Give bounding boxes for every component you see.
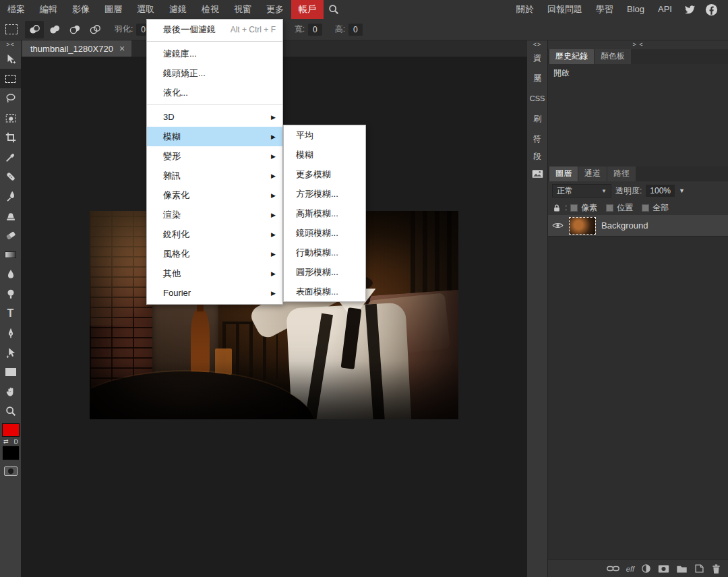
menu-item-distort[interactable]: 變形▶ bbox=[147, 146, 282, 166]
menu-item-sharpen[interactable]: 銳利化▶ bbox=[147, 224, 282, 244]
blur-tool[interactable] bbox=[0, 264, 21, 284]
strip-brush-button[interactable]: 刷 bbox=[527, 110, 547, 127]
tab-swatches[interactable]: 顏色板 bbox=[595, 49, 631, 64]
menu-item-other[interactable]: 其他▶ bbox=[147, 264, 282, 283]
menu-account[interactable]: 帳戶 bbox=[291, 0, 324, 19]
layer-effects-button[interactable]: eff bbox=[626, 565, 634, 573]
pen-tool[interactable] bbox=[0, 323, 21, 342]
submenu-item-box-blur[interactable]: 方形模糊... bbox=[284, 184, 365, 204]
menu-item-last-filter[interactable]: 最後一個濾鏡 Alt + Ctrl + F bbox=[147, 20, 282, 39]
swap-colors-icon[interactable]: ⇄ bbox=[3, 438, 9, 445]
menu-item-filter-gallery[interactable]: 濾鏡庫... bbox=[147, 44, 282, 63]
twitter-icon[interactable] bbox=[682, 2, 697, 17]
link-report[interactable]: 回報問題 bbox=[541, 0, 588, 19]
brush-tool[interactable] bbox=[0, 186, 21, 206]
menu-item-pixelate[interactable]: 像素化▶ bbox=[147, 185, 282, 205]
rectangle-select-tool[interactable] bbox=[0, 69, 21, 88]
opacity-input[interactable]: 100% bbox=[646, 185, 675, 197]
lasso-tool[interactable] bbox=[0, 88, 21, 108]
strip-collapse[interactable]: <> bbox=[527, 40, 547, 49]
menu-item-blur[interactable]: 模糊▶ bbox=[147, 127, 282, 146]
zoom-tool[interactable] bbox=[0, 401, 21, 421]
layer-thumbnail[interactable] bbox=[569, 217, 596, 235]
strip-info-button[interactable]: 資 bbox=[527, 49, 547, 67]
move-tool[interactable] bbox=[0, 49, 21, 69]
submenu-item-gaussian-blur[interactable]: 高斯模糊... bbox=[284, 204, 365, 223]
strip-character-button[interactable]: 符 bbox=[527, 130, 547, 148]
blend-mode-select[interactable]: 正常 ▼ bbox=[552, 184, 611, 198]
toolbar-collapse[interactable]: >< bbox=[0, 40, 21, 49]
adjustment-icon[interactable] bbox=[641, 564, 651, 574]
history-entry-open[interactable]: 開啟 bbox=[548, 64, 728, 82]
search-icon[interactable] bbox=[328, 3, 340, 16]
lock-all-checkbox[interactable] bbox=[642, 204, 649, 212]
menu-item-lens-correction[interactable]: 鏡頭矯正... bbox=[147, 63, 282, 83]
selection-mode-subtract[interactable] bbox=[65, 21, 84, 38]
clone-stamp-tool[interactable] bbox=[0, 206, 21, 225]
new-layer-icon[interactable] bbox=[694, 564, 704, 574]
lock-pixels-checkbox[interactable] bbox=[570, 204, 578, 212]
layer-row-background[interactable]: Background bbox=[548, 215, 728, 237]
link-about[interactable]: 關於 bbox=[510, 0, 540, 19]
strip-properties-button[interactable]: 屬 bbox=[527, 69, 547, 87]
menu-item-liquify[interactable]: 液化... bbox=[147, 83, 282, 102]
tab-layers[interactable]: 圖層 bbox=[549, 166, 578, 181]
menu-filter[interactable]: 濾鏡 bbox=[162, 0, 194, 19]
submenu-item-surface-blur[interactable]: 表面模糊... bbox=[284, 282, 365, 301]
opacity-dropdown-icon[interactable]: ▼ bbox=[679, 187, 685, 194]
panel-collapse[interactable]: > < bbox=[548, 40, 728, 49]
submenu-item-blur[interactable]: 模糊 bbox=[284, 145, 365, 164]
tab-paths[interactable]: 路徑 bbox=[607, 166, 636, 181]
menu-item-3d[interactable]: 3D▶ bbox=[147, 107, 282, 127]
close-tab-icon[interactable]: × bbox=[119, 43, 125, 54]
strip-paragraph-button[interactable]: 段 bbox=[527, 148, 547, 165]
tab-history[interactable]: 歷史紀錄 bbox=[549, 49, 594, 64]
selection-mode-intersect[interactable] bbox=[86, 21, 104, 38]
layer-mask-icon[interactable] bbox=[658, 564, 669, 574]
menu-image[interactable]: 影像 bbox=[65, 0, 97, 19]
quick-mask-button[interactable] bbox=[0, 461, 21, 476]
link-api[interactable]: API bbox=[652, 0, 678, 19]
menu-select[interactable]: 選取 bbox=[129, 0, 162, 19]
link-blog[interactable]: Blog bbox=[621, 0, 650, 19]
crop-tool[interactable] bbox=[0, 127, 21, 147]
width-input[interactable]: 0 bbox=[308, 24, 322, 36]
menu-view[interactable]: 檢視 bbox=[194, 0, 226, 19]
quick-select-tool[interactable] bbox=[0, 108, 21, 127]
visibility-eye-icon[interactable] bbox=[552, 221, 564, 230]
submenu-item-radial-blur[interactable]: 圓形模糊... bbox=[284, 262, 365, 282]
default-colors-button[interactable]: D bbox=[14, 438, 19, 445]
menu-item-stylize[interactable]: 風格化▶ bbox=[147, 244, 282, 264]
rectangle-tool[interactable] bbox=[0, 362, 21, 382]
selection-mode-add[interactable] bbox=[45, 21, 64, 38]
foreground-color-swatch[interactable] bbox=[2, 423, 20, 437]
hand-tool[interactable] bbox=[0, 382, 21, 401]
menu-item-fourier[interactable]: Fourier▶ bbox=[147, 283, 282, 303]
background-color-swatch[interactable] bbox=[2, 446, 20, 460]
submenu-item-average[interactable]: 平均 bbox=[284, 125, 365, 145]
selection-mode-new[interactable] bbox=[25, 21, 44, 38]
new-folder-icon[interactable] bbox=[676, 564, 688, 574]
height-input[interactable]: 0 bbox=[348, 24, 363, 36]
link-layers-icon[interactable] bbox=[607, 564, 619, 573]
strip-image-button[interactable] bbox=[527, 165, 547, 183]
delete-layer-icon[interactable] bbox=[711, 564, 721, 574]
document-tab[interactable]: thumbnail_1280X720 × bbox=[22, 40, 131, 57]
eraser-tool[interactable] bbox=[0, 225, 21, 245]
dodge-tool[interactable] bbox=[0, 284, 21, 303]
menu-file[interactable]: 檔案 bbox=[0, 0, 32, 19]
submenu-item-lens-blur[interactable]: 鏡頭模糊... bbox=[284, 223, 365, 243]
menu-layer[interactable]: 圖層 bbox=[97, 0, 129, 19]
submenu-item-motion-blur[interactable]: 行動模糊... bbox=[284, 243, 365, 262]
gradient-tool[interactable] bbox=[0, 245, 21, 264]
healing-brush-tool[interactable] bbox=[0, 166, 21, 186]
eyedropper-tool[interactable] bbox=[0, 147, 21, 166]
type-tool[interactable]: T bbox=[0, 303, 21, 323]
submenu-item-blur-more[interactable]: 更多模糊 bbox=[284, 164, 365, 184]
link-learn[interactable]: 學習 bbox=[590, 0, 619, 19]
lock-position-checkbox[interactable] bbox=[606, 204, 613, 212]
facebook-icon[interactable] bbox=[704, 2, 719, 17]
menu-item-render[interactable]: 渲染▶ bbox=[147, 205, 282, 224]
menu-edit[interactable]: 編輯 bbox=[32, 0, 65, 19]
menu-window[interactable]: 視窗 bbox=[226, 0, 259, 19]
